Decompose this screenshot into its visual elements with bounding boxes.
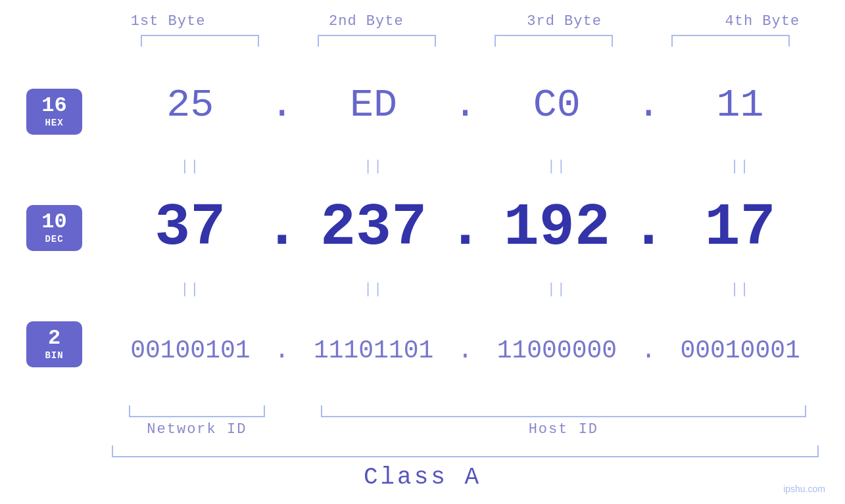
dec-dot-2: . [452, 195, 479, 262]
dot-spacer-1 [282, 405, 308, 417]
top-bracket-row [112, 35, 819, 47]
eq-1-3: || [479, 158, 636, 175]
bin-byte-2: 11101101 [295, 336, 452, 365]
watermark: ipshu.com [783, 484, 825, 494]
hex-byte-1: 25 [112, 83, 269, 127]
main-container: 1st Byte 2nd Byte 3rd Byte 4th Byte 16 H… [0, 0, 845, 504]
equals-row-2: || || || || [112, 279, 819, 299]
bin-dot-2: . [452, 336, 479, 365]
bin-byte-4: 00010001 [662, 336, 819, 365]
top-bracket-1 [112, 35, 289, 47]
dec-byte-1: 37 [112, 195, 269, 262]
dec-badge: 10 DEC [26, 205, 82, 251]
byte-label-4: 4th Byte [664, 13, 845, 30]
bin-byte-1: 00100101 [112, 336, 269, 365]
host-bracket [321, 405, 806, 417]
eq-2-3: || [479, 281, 636, 298]
network-bracket-wrap [112, 405, 282, 417]
top-bracket-4 [642, 35, 819, 47]
byte-label-2: 2nd Byte [267, 13, 465, 30]
byte-labels-row: 1st Byte 2nd Byte 3rd Byte 4th Byte [69, 13, 845, 30]
hex-dot-1: . [269, 83, 295, 127]
left-labels: 16 HEX 10 DEC 2 BIN [26, 53, 112, 402]
full-bracket-row [112, 446, 819, 457]
eq-1-2: || [295, 158, 452, 175]
id-brackets [112, 405, 819, 417]
hex-byte-4: 11 [662, 83, 819, 127]
top-bracket-2 [289, 35, 466, 47]
network-id-label: Network ID [112, 421, 282, 438]
dec-row: 37 . 237 . 192 . 17 [112, 176, 819, 279]
dec-dot-1: . [269, 195, 295, 262]
dec-byte-2: 237 [295, 195, 452, 262]
eq-2-1: || [112, 281, 269, 298]
dec-dot-3: . [635, 195, 662, 262]
bin-row: 00100101 . 11101101 . 11000000 . 0001000… [112, 299, 819, 402]
hex-row: 25 . ED . C0 . 11 [112, 53, 819, 156]
content-area: 16 HEX 10 DEC 2 BIN 25 . ED [26, 53, 819, 402]
hex-dot-2: . [452, 83, 479, 127]
hex-badge: 16 HEX [26, 89, 82, 135]
dot-spacer-2 [282, 421, 308, 438]
full-bracket [112, 446, 819, 457]
hex-dot-3: . [635, 83, 662, 127]
eq-1-1: || [112, 158, 269, 175]
dec-byte-4: 17 [662, 195, 819, 262]
class-label: Class A [26, 461, 819, 491]
network-bracket [129, 405, 265, 417]
eq-2-2: || [295, 281, 452, 298]
id-labels-row: Network ID Host ID [112, 421, 819, 438]
equals-row-1: || || || || [112, 156, 819, 176]
byte-label-3: 3rd Byte [466, 13, 664, 30]
hex-byte-3: C0 [479, 83, 636, 127]
bin-byte-3: 11000000 [479, 336, 636, 365]
hex-byte-2: ED [295, 83, 452, 127]
main-grid: 25 . ED . C0 . 11 || || [112, 53, 819, 402]
dec-byte-3: 192 [479, 195, 636, 262]
byte-label-1: 1st Byte [69, 13, 267, 30]
bin-badge: 2 BIN [26, 321, 82, 367]
bottom-section: Network ID Host ID Class A [26, 405, 819, 491]
eq-2-4: || [662, 281, 819, 298]
bin-dot-1: . [269, 336, 295, 365]
host-id-label: Host ID [308, 421, 819, 438]
bin-dot-3: . [635, 336, 662, 365]
eq-1-4: || [662, 158, 819, 175]
top-bracket-3 [466, 35, 642, 47]
host-bracket-wrap [308, 405, 819, 417]
